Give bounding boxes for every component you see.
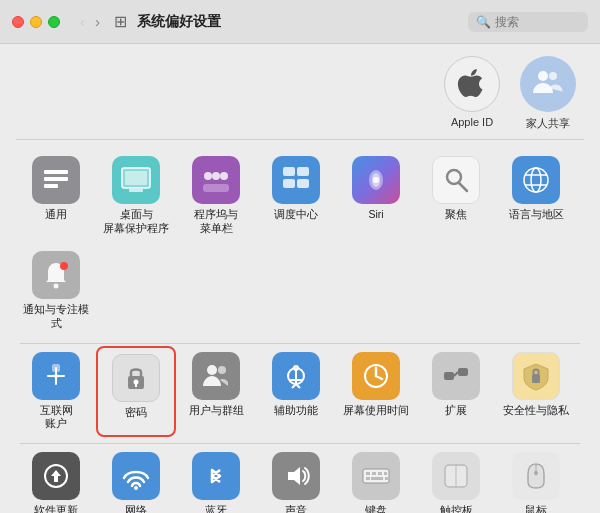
internet-icon (32, 352, 80, 400)
pref-item-ext[interactable]: 扩展 (416, 346, 496, 437)
titlebar: ‹ › ⊞ 系统偏好设置 🔍 (0, 0, 600, 44)
access-label: 辅助功能 (274, 404, 318, 418)
pref-section-1: 通用 桌面与屏幕保护程序 程序坞与菜单栏 调度中心 (16, 150, 584, 337)
spotlight-icon (432, 156, 480, 204)
pref-item-security[interactable]: 安全性与隐私 (496, 346, 576, 437)
ext-icon (432, 352, 480, 400)
maximize-button[interactable] (48, 16, 60, 28)
pref-item-bt[interactable]: 蓝牙 (176, 446, 256, 513)
users-label: 用户与群组 (189, 404, 244, 418)
screentime-icon (352, 352, 400, 400)
spotlight-label: 聚焦 (445, 208, 467, 222)
svg-rect-2 (44, 170, 68, 174)
security-icon (512, 352, 560, 400)
svg-marker-47 (288, 467, 300, 485)
svg-line-20 (459, 183, 467, 191)
svg-rect-13 (297, 167, 309, 176)
pref-section-2: 互联网账户 密码 用户与群组 辅助功能 (16, 346, 584, 437)
bt-icon (192, 452, 240, 500)
pref-item-trackpad[interactable]: 触控板 (416, 446, 496, 513)
pref-item-notif[interactable]: 通知与专注模式 (16, 245, 96, 336)
pref-item-sw-update[interactable]: 软件更新 (16, 446, 96, 513)
svg-rect-42 (458, 368, 468, 376)
search-icon: 🔍 (476, 15, 491, 29)
password-icon (112, 354, 160, 402)
desktop-icon (112, 156, 160, 204)
notif-label: 通知与专注模式 (20, 303, 92, 330)
svg-rect-55 (385, 477, 388, 480)
mission-label: 调度中心 (274, 208, 318, 222)
pref-item-network[interactable]: 网络 (96, 446, 176, 513)
keyboard-label: 键盘 (365, 504, 387, 513)
desktop-label: 桌面与屏幕保护程序 (103, 208, 169, 235)
svg-rect-52 (384, 472, 387, 475)
close-button[interactable] (12, 16, 24, 28)
trackpad-label: 触控板 (440, 504, 473, 513)
search-input[interactable] (495, 15, 585, 29)
svg-line-38 (292, 384, 296, 388)
svg-point-11 (220, 172, 228, 180)
svg-point-18 (373, 177, 379, 183)
divider-3 (20, 443, 580, 444)
mouse-icon (512, 452, 560, 500)
pref-grid-3: 软件更新 网络 蓝牙 声音 (16, 446, 584, 513)
bt-label: 蓝牙 (205, 504, 227, 513)
pref-item-desktop[interactable]: 桌面与屏幕保护程序 (96, 150, 176, 241)
back-button[interactable]: ‹ (76, 12, 89, 31)
dock-label: 程序坞与菜单栏 (194, 208, 238, 235)
svg-rect-41 (444, 372, 454, 380)
pref-item-password[interactable]: 密码 (96, 346, 176, 437)
divider-2 (20, 343, 580, 344)
family-sharing-icon (529, 65, 567, 103)
pref-item-mouse[interactable]: 鼠标 (496, 446, 576, 513)
pref-item-sound[interactable]: 声音 (256, 446, 336, 513)
svg-point-46 (134, 486, 138, 490)
search-box: 🔍 (468, 12, 588, 32)
pref-item-dock[interactable]: 程序坞与菜单栏 (176, 150, 256, 241)
svg-rect-48 (363, 469, 389, 483)
svg-rect-44 (532, 374, 540, 383)
grid-icon[interactable]: ⊞ (114, 12, 127, 31)
minimize-button[interactable] (30, 16, 42, 28)
svg-rect-3 (44, 177, 68, 181)
users-icon (192, 352, 240, 400)
svg-rect-6 (125, 171, 147, 185)
svg-line-43 (454, 372, 458, 376)
sw-update-icon (32, 452, 80, 500)
traffic-lights (12, 16, 60, 28)
pref-item-mission[interactable]: 调度中心 (256, 150, 336, 241)
pref-item-lang[interactable]: 语言与地区 (496, 150, 576, 241)
family-sharing-item[interactable]: 家人共享 (520, 56, 576, 131)
apple-logo-icon (455, 67, 489, 101)
pref-item-internet[interactable]: 互联网账户 (16, 346, 96, 437)
svg-rect-54 (371, 477, 383, 480)
svg-rect-14 (283, 179, 295, 188)
svg-rect-12 (283, 167, 295, 176)
nav-arrows: ‹ › (76, 12, 104, 31)
notif-icon (32, 251, 80, 299)
svg-line-39 (296, 384, 300, 388)
svg-rect-53 (366, 477, 370, 480)
ext-label: 扩展 (445, 404, 467, 418)
pref-item-keyboard[interactable]: 键盘 (336, 446, 416, 513)
apple-id-icon (444, 56, 500, 112)
sound-icon (272, 452, 320, 500)
svg-rect-28 (52, 364, 60, 372)
pref-item-siri[interactable]: Siri (336, 150, 416, 241)
pref-section-3: 软件更新 网络 蓝牙 声音 (16, 446, 584, 513)
pref-item-spotlight[interactable]: 聚焦 (416, 150, 496, 241)
pref-item-access[interactable]: 辅助功能 (256, 346, 336, 437)
pref-item-screentime[interactable]: 屏幕使用时间 (336, 346, 416, 437)
apple-id-item[interactable]: Apple ID (444, 56, 500, 128)
access-icon (272, 352, 320, 400)
internet-label: 互联网账户 (40, 404, 73, 431)
svg-point-9 (204, 172, 212, 180)
dock-icon (192, 156, 240, 204)
svg-rect-51 (378, 472, 382, 475)
pref-item-users[interactable]: 用户与群组 (176, 346, 256, 437)
forward-button[interactable]: › (91, 12, 104, 31)
svg-rect-7 (129, 189, 143, 192)
svg-point-25 (54, 284, 59, 289)
pref-item-general[interactable]: 通用 (16, 150, 96, 241)
svg-rect-49 (366, 472, 370, 475)
